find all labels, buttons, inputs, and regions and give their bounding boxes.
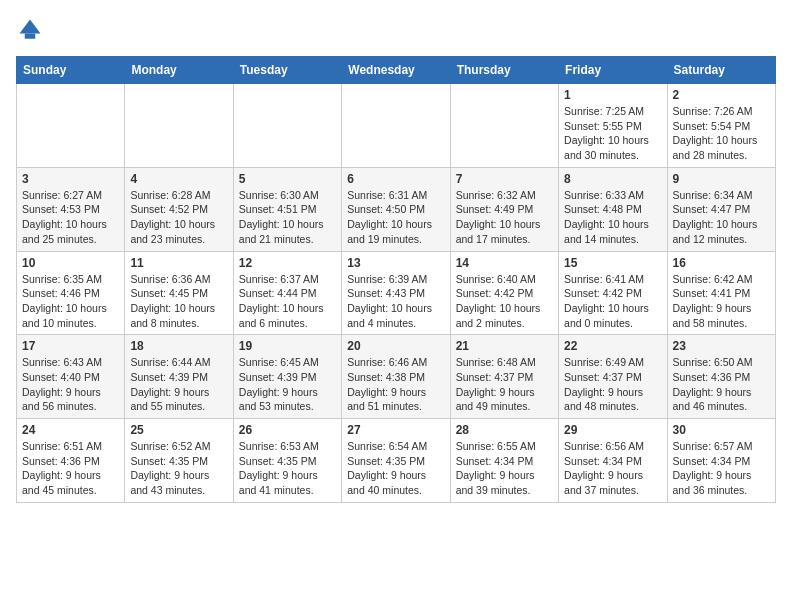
day-header-monday: Monday <box>125 57 233 84</box>
calendar-body: 1Sunrise: 7:25 AMSunset: 5:55 PMDaylight… <box>17 84 776 503</box>
day-info: Sunrise: 7:26 AMSunset: 5:54 PMDaylight:… <box>673 104 770 163</box>
calendar-cell: 15Sunrise: 6:41 AMSunset: 4:42 PMDayligh… <box>559 251 667 335</box>
calendar-cell: 26Sunrise: 6:53 AMSunset: 4:35 PMDayligh… <box>233 419 341 503</box>
day-number: 21 <box>456 339 553 353</box>
day-info: Sunrise: 6:41 AMSunset: 4:42 PMDaylight:… <box>564 272 661 331</box>
day-number: 24 <box>22 423 119 437</box>
calendar-cell: 9Sunrise: 6:34 AMSunset: 4:47 PMDaylight… <box>667 167 775 251</box>
day-header-friday: Friday <box>559 57 667 84</box>
day-number: 22 <box>564 339 661 353</box>
calendar-cell: 22Sunrise: 6:49 AMSunset: 4:37 PMDayligh… <box>559 335 667 419</box>
day-number: 10 <box>22 256 119 270</box>
day-number: 11 <box>130 256 227 270</box>
day-info: Sunrise: 6:40 AMSunset: 4:42 PMDaylight:… <box>456 272 553 331</box>
calendar-cell <box>233 84 341 168</box>
day-number: 5 <box>239 172 336 186</box>
calendar-cell: 27Sunrise: 6:54 AMSunset: 4:35 PMDayligh… <box>342 419 450 503</box>
calendar-cell: 7Sunrise: 6:32 AMSunset: 4:49 PMDaylight… <box>450 167 558 251</box>
day-info: Sunrise: 6:32 AMSunset: 4:49 PMDaylight:… <box>456 188 553 247</box>
day-number: 28 <box>456 423 553 437</box>
calendar-cell: 19Sunrise: 6:45 AMSunset: 4:39 PMDayligh… <box>233 335 341 419</box>
day-info: Sunrise: 6:27 AMSunset: 4:53 PMDaylight:… <box>22 188 119 247</box>
day-number: 8 <box>564 172 661 186</box>
calendar-cell: 17Sunrise: 6:43 AMSunset: 4:40 PMDayligh… <box>17 335 125 419</box>
day-number: 20 <box>347 339 444 353</box>
day-info: Sunrise: 6:30 AMSunset: 4:51 PMDaylight:… <box>239 188 336 247</box>
day-info: Sunrise: 6:42 AMSunset: 4:41 PMDaylight:… <box>673 272 770 331</box>
calendar-header: SundayMondayTuesdayWednesdayThursdayFrid… <box>17 57 776 84</box>
logo-icon <box>16 16 44 44</box>
day-number: 30 <box>673 423 770 437</box>
day-header-thursday: Thursday <box>450 57 558 84</box>
day-info: Sunrise: 6:53 AMSunset: 4:35 PMDaylight:… <box>239 439 336 498</box>
day-info: Sunrise: 6:35 AMSunset: 4:46 PMDaylight:… <box>22 272 119 331</box>
calendar-cell: 11Sunrise: 6:36 AMSunset: 4:45 PMDayligh… <box>125 251 233 335</box>
day-info: Sunrise: 6:56 AMSunset: 4:34 PMDaylight:… <box>564 439 661 498</box>
day-info: Sunrise: 6:52 AMSunset: 4:35 PMDaylight:… <box>130 439 227 498</box>
day-number: 23 <box>673 339 770 353</box>
calendar-cell: 23Sunrise: 6:50 AMSunset: 4:36 PMDayligh… <box>667 335 775 419</box>
day-info: Sunrise: 6:46 AMSunset: 4:38 PMDaylight:… <box>347 355 444 414</box>
day-number: 16 <box>673 256 770 270</box>
day-info: Sunrise: 6:33 AMSunset: 4:48 PMDaylight:… <box>564 188 661 247</box>
calendar-cell: 20Sunrise: 6:46 AMSunset: 4:38 PMDayligh… <box>342 335 450 419</box>
day-number: 27 <box>347 423 444 437</box>
day-info: Sunrise: 6:55 AMSunset: 4:34 PMDaylight:… <box>456 439 553 498</box>
day-info: Sunrise: 6:36 AMSunset: 4:45 PMDaylight:… <box>130 272 227 331</box>
calendar-cell: 8Sunrise: 6:33 AMSunset: 4:48 PMDaylight… <box>559 167 667 251</box>
day-number: 3 <box>22 172 119 186</box>
day-info: Sunrise: 6:50 AMSunset: 4:36 PMDaylight:… <box>673 355 770 414</box>
week-row-5: 24Sunrise: 6:51 AMSunset: 4:36 PMDayligh… <box>17 419 776 503</box>
day-info: Sunrise: 6:45 AMSunset: 4:39 PMDaylight:… <box>239 355 336 414</box>
calendar-cell: 18Sunrise: 6:44 AMSunset: 4:39 PMDayligh… <box>125 335 233 419</box>
calendar-cell <box>17 84 125 168</box>
day-info: Sunrise: 6:51 AMSunset: 4:36 PMDaylight:… <box>22 439 119 498</box>
day-number: 1 <box>564 88 661 102</box>
calendar-cell: 21Sunrise: 6:48 AMSunset: 4:37 PMDayligh… <box>450 335 558 419</box>
day-info: Sunrise: 6:49 AMSunset: 4:37 PMDaylight:… <box>564 355 661 414</box>
day-info: Sunrise: 6:48 AMSunset: 4:37 PMDaylight:… <box>456 355 553 414</box>
calendar-cell: 29Sunrise: 6:56 AMSunset: 4:34 PMDayligh… <box>559 419 667 503</box>
calendar-cell <box>342 84 450 168</box>
calendar-cell: 16Sunrise: 6:42 AMSunset: 4:41 PMDayligh… <box>667 251 775 335</box>
day-number: 17 <box>22 339 119 353</box>
day-number: 19 <box>239 339 336 353</box>
calendar-cell: 5Sunrise: 6:30 AMSunset: 4:51 PMDaylight… <box>233 167 341 251</box>
page-header <box>16 16 776 44</box>
day-number: 12 <box>239 256 336 270</box>
day-info: Sunrise: 6:39 AMSunset: 4:43 PMDaylight:… <box>347 272 444 331</box>
calendar-cell <box>125 84 233 168</box>
day-number: 9 <box>673 172 770 186</box>
calendar-cell: 4Sunrise: 6:28 AMSunset: 4:52 PMDaylight… <box>125 167 233 251</box>
calendar-cell: 14Sunrise: 6:40 AMSunset: 4:42 PMDayligh… <box>450 251 558 335</box>
calendar-cell: 12Sunrise: 6:37 AMSunset: 4:44 PMDayligh… <box>233 251 341 335</box>
day-number: 13 <box>347 256 444 270</box>
calendar-cell: 28Sunrise: 6:55 AMSunset: 4:34 PMDayligh… <box>450 419 558 503</box>
day-info: Sunrise: 6:57 AMSunset: 4:34 PMDaylight:… <box>673 439 770 498</box>
calendar-cell: 30Sunrise: 6:57 AMSunset: 4:34 PMDayligh… <box>667 419 775 503</box>
day-number: 15 <box>564 256 661 270</box>
calendar-cell: 10Sunrise: 6:35 AMSunset: 4:46 PMDayligh… <box>17 251 125 335</box>
logo <box>16 16 48 44</box>
week-row-4: 17Sunrise: 6:43 AMSunset: 4:40 PMDayligh… <box>17 335 776 419</box>
day-number: 18 <box>130 339 227 353</box>
week-row-3: 10Sunrise: 6:35 AMSunset: 4:46 PMDayligh… <box>17 251 776 335</box>
day-number: 29 <box>564 423 661 437</box>
week-row-2: 3Sunrise: 6:27 AMSunset: 4:53 PMDaylight… <box>17 167 776 251</box>
day-number: 7 <box>456 172 553 186</box>
day-header-saturday: Saturday <box>667 57 775 84</box>
day-info: Sunrise: 6:54 AMSunset: 4:35 PMDaylight:… <box>347 439 444 498</box>
day-info: Sunrise: 6:44 AMSunset: 4:39 PMDaylight:… <box>130 355 227 414</box>
calendar-cell: 2Sunrise: 7:26 AMSunset: 5:54 PMDaylight… <box>667 84 775 168</box>
day-info: Sunrise: 6:43 AMSunset: 4:40 PMDaylight:… <box>22 355 119 414</box>
day-number: 14 <box>456 256 553 270</box>
day-header-sunday: Sunday <box>17 57 125 84</box>
week-row-1: 1Sunrise: 7:25 AMSunset: 5:55 PMDaylight… <box>17 84 776 168</box>
day-header-wednesday: Wednesday <box>342 57 450 84</box>
day-number: 25 <box>130 423 227 437</box>
calendar-cell: 3Sunrise: 6:27 AMSunset: 4:53 PMDaylight… <box>17 167 125 251</box>
day-info: Sunrise: 6:34 AMSunset: 4:47 PMDaylight:… <box>673 188 770 247</box>
calendar-cell: 25Sunrise: 6:52 AMSunset: 4:35 PMDayligh… <box>125 419 233 503</box>
calendar-cell: 1Sunrise: 7:25 AMSunset: 5:55 PMDaylight… <box>559 84 667 168</box>
day-info: Sunrise: 7:25 AMSunset: 5:55 PMDaylight:… <box>564 104 661 163</box>
